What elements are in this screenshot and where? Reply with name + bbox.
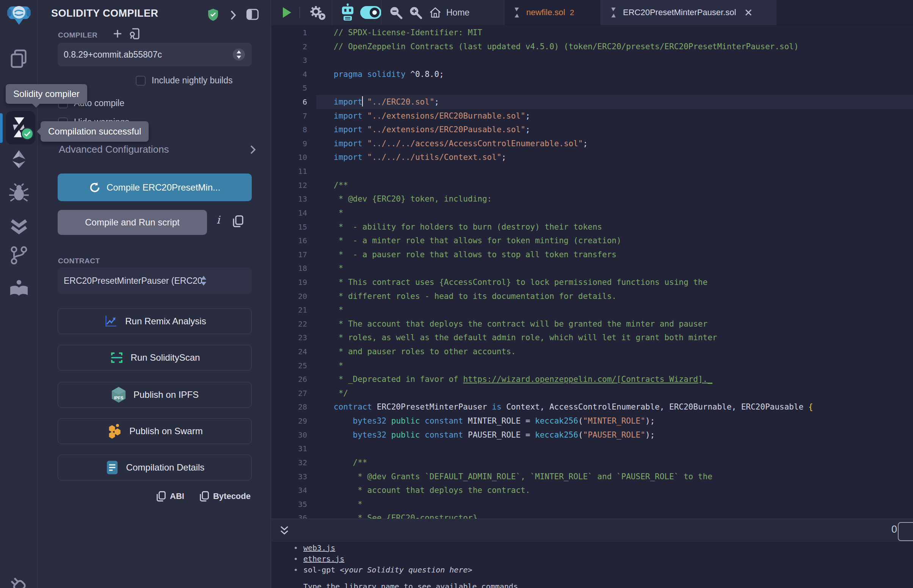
contract-section-label: CONTRACT <box>58 257 100 265</box>
terminal-output[interactable]: •web3.js•ethers.js•sol-gpt <your Solidit… <box>272 543 913 588</box>
add-compiler-icon[interactable] <box>113 29 123 39</box>
close-tab-icon[interactable] <box>744 8 753 17</box>
code-line[interactable]: 31 <box>272 442 913 456</box>
shield-icon[interactable] <box>207 8 219 21</box>
code-line[interactable]: 11 <box>272 165 913 178</box>
code-line[interactable]: 30 bytes32 public constant PAUSER_ROLE =… <box>272 428 913 442</box>
copy-abi-button[interactable]: ABI <box>156 491 184 502</box>
zoom-in-button[interactable] <box>408 0 423 25</box>
terminal-search-box[interactable] <box>898 522 913 541</box>
line-number: 33 <box>272 470 316 484</box>
chevron-right-icon[interactable] <box>230 10 236 21</box>
sidebar-item-plugin-manager[interactable] <box>0 574 38 588</box>
collapse-terminal-icon[interactable] <box>279 525 290 536</box>
publish-on-swarm-button[interactable]: Publish on Swarm <box>58 418 252 444</box>
code-line[interactable]: 28contract ERC20PresetMinterPauser is Co… <box>272 400 913 414</box>
sidebar-item-deploy-run[interactable] <box>0 149 38 170</box>
code-line[interactable]: 9import "../../../access/AccessControlEn… <box>272 137 913 151</box>
code-line[interactable]: 21 * <box>272 303 913 317</box>
run-script-button[interactable] <box>283 0 291 25</box>
code-line[interactable]: 26 * _Deprecated in favor of https://wiz… <box>272 372 913 386</box>
compiler-section-label: COMPILER <box>58 31 97 39</box>
compile-button[interactable]: Compile ERC20PresetMin... <box>58 173 252 201</box>
code-line[interactable]: 12/** <box>272 178 913 192</box>
tab-newfile-badge: 2 <box>570 8 575 17</box>
zoom-out-button[interactable] <box>388 0 403 25</box>
copy-bytecode-button[interactable]: Bytecode <box>199 491 251 502</box>
line-number: 6 <box>272 95 316 109</box>
code-line[interactable]: 13 * @dev {ERC20} token, including: <box>272 192 913 206</box>
code-editor[interactable]: 1// SPDX-License-Identifier: MIT2// Open… <box>272 25 913 519</box>
sidebar-item-file-explorer[interactable] <box>0 48 38 69</box>
code-line[interactable]: 22 * The account that deploys the contra… <box>272 317 913 331</box>
book-icon <box>8 279 30 298</box>
code-line[interactable]: 23 * roles, as well as the default admin… <box>272 331 913 345</box>
line-number: 7 <box>272 109 316 123</box>
code-line[interactable]: 14 * <box>272 206 913 220</box>
code-line[interactable]: 3 <box>272 53 913 68</box>
code-line[interactable]: 5 <box>272 81 913 95</box>
advanced-configurations[interactable]: Advanced Configurations <box>59 144 256 155</box>
code-line[interactable]: 4pragma solidity ^0.8.0; <box>272 68 913 81</box>
code-line[interactable]: 6import "../ERC20.sol"; <box>272 95 913 109</box>
code-line[interactable]: 33 * @dev Grants `DEFAULT_ADMIN_ROLE`, `… <box>272 470 913 484</box>
code-line[interactable]: 25 * <box>272 359 913 373</box>
copy-icon[interactable] <box>232 215 244 227</box>
sidebar-item-debugger[interactable] <box>0 183 38 202</box>
sidebar-item-learneth[interactable] <box>0 279 38 298</box>
terminal-link[interactable]: web3.js <box>303 543 335 552</box>
code-line[interactable]: 1// SPDX-License-Identifier: MIT <box>272 26 913 40</box>
copy-icon <box>156 491 166 502</box>
terminal-link[interactable]: ethers.js <box>303 554 344 564</box>
code-line[interactable]: 2// OpenZeppelin Contracts (last updated… <box>272 40 913 54</box>
script-config-button[interactable] <box>308 0 328 25</box>
code-line[interactable]: 10import "../../../utils/Context.sol"; <box>272 150 913 165</box>
code-line[interactable]: 17 * - a pauser role that allows to stop… <box>272 248 913 262</box>
run-solidityscan-button[interactable]: Run SolidityScan <box>58 345 252 370</box>
code-line[interactable]: 8import "../extensions/ERC20Pausable.sol… <box>272 123 913 137</box>
remix-logo[interactable] <box>0 2 38 26</box>
sidebar-item-source-control[interactable] <box>0 246 38 265</box>
code-line[interactable]: 35 * <box>272 498 913 512</box>
code-line[interactable]: 32 /** <box>272 456 913 470</box>
line-number: 31 <box>272 442 316 456</box>
line-number: 2 <box>272 40 316 54</box>
line-number: 28 <box>272 400 316 414</box>
publish-on-ipfs-button[interactable]: IPFS Publish on IPFS <box>58 382 252 408</box>
code-line[interactable]: 27 */ <box>272 386 913 401</box>
contract-select[interactable]: ERC20PresetMinterPauser (ERC20 <box>58 268 252 294</box>
ai-toggle-on[interactable] <box>360 0 381 25</box>
terminal-header[interactable]: 0 <box>272 519 913 543</box>
compile-and-run-button[interactable]: Compile and Run script <box>58 210 207 235</box>
include-nightly-checkbox[interactable] <box>136 76 146 86</box>
code-line[interactable]: 20 * different roles - head to its docum… <box>272 289 913 304</box>
info-icon[interactable]: i <box>217 214 220 226</box>
analysis-chart-icon <box>103 314 118 329</box>
tab-erc20presetminterpauser[interactable]: ERC20PresetMinterPauser.sol <box>601 0 777 25</box>
code-line[interactable]: 19 * This contract uses {AccessControl} … <box>272 275 913 289</box>
compiler-version-select[interactable]: 0.8.29+commit.ab55807c <box>58 43 252 66</box>
code-line[interactable]: 36 * See {ERC20-constructor}. <box>272 511 913 519</box>
file-badge-icon[interactable] <box>129 28 140 39</box>
code-line[interactable]: 29 bytes32 public constant MINTER_ROLE =… <box>272 414 913 428</box>
toggle-icon <box>360 6 381 19</box>
sidebar-item-solidity-compiler[interactable] <box>6 111 35 144</box>
compilation-details-button[interactable]: Compilation Details <box>58 455 252 480</box>
terminal-line: •web3.js <box>272 543 913 554</box>
include-nightly-row[interactable]: Include nightly builds <box>136 75 233 86</box>
git-branch-icon <box>9 246 29 265</box>
ai-assistant-robot-icon[interactable] <box>339 0 356 25</box>
split-panel-icon[interactable] <box>246 8 259 21</box>
code-line[interactable]: 16 * - a minter role that allows for tok… <box>272 234 913 248</box>
code-line[interactable]: 24 * and pauser roles to other accounts. <box>272 345 913 359</box>
code-line[interactable]: 18 * <box>272 262 913 275</box>
code-line[interactable]: 15 * - ability for holders to burn (dest… <box>272 220 913 234</box>
run-remix-analysis-button[interactable]: Run Remix Analysis <box>58 309 252 334</box>
code-line[interactable]: 7import "../extensions/ERC20Burnable.sol… <box>272 109 913 123</box>
tab-erc20-label: ERC20PresetMinterPauser.sol <box>623 8 736 18</box>
code-line[interactable]: 34 * account that deploys the contract. <box>272 483 913 498</box>
sidebar-item-static-analysis[interactable] <box>0 217 38 235</box>
tab-home[interactable]: Home <box>429 0 469 25</box>
line-number: 19 <box>272 275 316 289</box>
tab-newfile[interactable]: newfile.sol 2 <box>504 0 601 25</box>
